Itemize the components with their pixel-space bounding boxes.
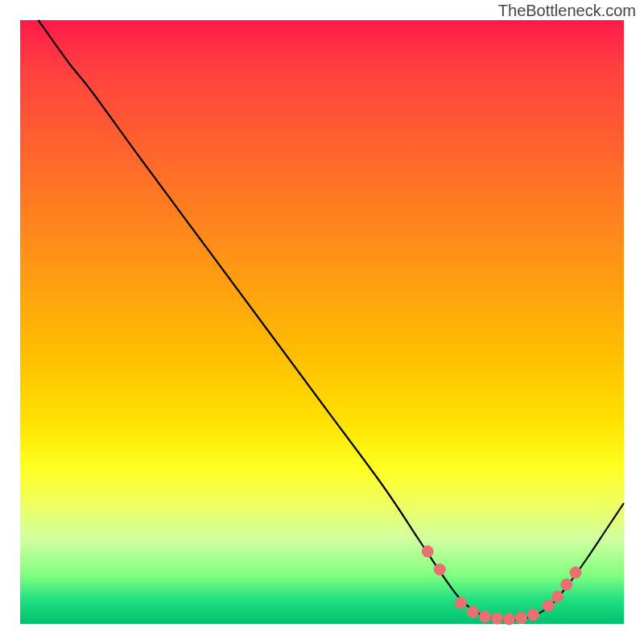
chart-container: TheBottleneck.com: [0, 0, 644, 644]
data-point: [434, 564, 446, 576]
data-point: [570, 567, 582, 579]
data-point: [479, 611, 491, 623]
data-point: [491, 613, 503, 625]
data-point: [422, 546, 434, 558]
data-point: [515, 612, 527, 624]
data-point: [467, 606, 479, 618]
curve-layer: [20, 20, 624, 624]
data-points: [422, 546, 582, 625]
data-point: [560, 579, 572, 591]
data-point: [455, 597, 467, 609]
data-point: [543, 600, 555, 612]
data-point: [551, 591, 564, 603]
watermark-text: TheBottleneck.com: [498, 2, 636, 20]
data-point: [503, 613, 515, 625]
data-point: [527, 609, 539, 621]
bottleneck-curve: [39, 20, 625, 620]
